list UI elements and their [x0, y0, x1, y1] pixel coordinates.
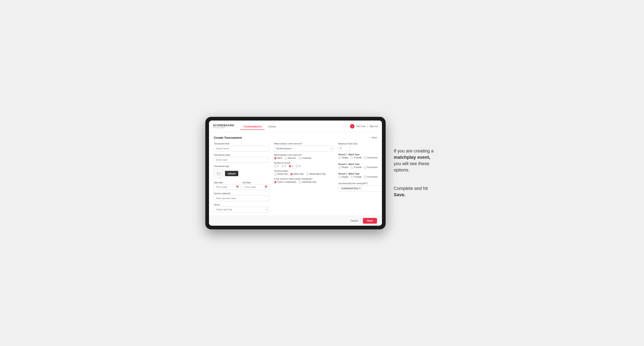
individuals-option[interactable]: Individuals Only [298, 181, 316, 183]
end-date-input[interactable] [242, 184, 269, 190]
division-select[interactable]: NCAA Division I NCAA Division II NAIA [274, 146, 334, 152]
round2-foursomes-label: Foursomes [367, 166, 378, 169]
api-remove-icon[interactable]: ✕ [358, 187, 360, 190]
user-name: Test User [356, 125, 366, 128]
round1-singles-radio[interactable] [338, 157, 341, 159]
teams-radio-group: Teams (+Individuals) Individuals Only [274, 181, 334, 183]
round3-fourball-label: Fourball [354, 176, 362, 178]
round2-singles[interactable]: Singles [338, 166, 348, 169]
round1-fourball-radio[interactable] [351, 157, 353, 159]
rounds-4-label: 4 [299, 165, 300, 167]
rounds-radio-group: 1 2 3 [274, 165, 334, 167]
rounds-1[interactable]: 1 [274, 165, 279, 167]
tournament-name-input[interactable] [214, 157, 269, 163]
gender-womens-label: Womens [288, 157, 296, 159]
gender-womens-radio[interactable] [285, 157, 287, 159]
tablet-frame: SCOREBOARD Powered by clippit TOURNAMENT… [205, 117, 386, 229]
logo-placeholder [214, 169, 223, 178]
annotation-bottom-text: Complete and hit Save. [394, 186, 428, 197]
round3-fourball[interactable]: Fourball [351, 176, 362, 178]
rounds-group: Number of rounds 1 2 [274, 162, 334, 167]
teams-radio[interactable] [274, 181, 276, 183]
round3-label: Round 3 - Match Type [338, 173, 382, 175]
scoring-stroke-radio[interactable] [274, 173, 276, 175]
tournament-host-input[interactable] [214, 146, 269, 152]
gender-womens[interactable]: Womens [285, 157, 296, 159]
round1-foursomes-label: Foursomes [367, 157, 378, 159]
sign-out-link[interactable]: Sign out [370, 125, 378, 128]
round3-fourball-radio[interactable] [351, 176, 353, 178]
rounds-3[interactable]: 3 [289, 165, 293, 167]
individuals-radio[interactable] [298, 181, 301, 183]
round1-foursomes[interactable]: Foursomes [364, 157, 378, 159]
save-button[interactable]: Save [363, 218, 377, 224]
round3-foursomes[interactable]: Foursomes [364, 176, 378, 178]
sponsor-group: Sponsor (optional) [214, 192, 269, 201]
scoring-medal[interactable]: Medal Match Play [306, 173, 326, 175]
scoring-group: Scoring system Stroke Play Match Play [274, 170, 334, 175]
gender-mens[interactable]: Mens [274, 157, 282, 159]
round1-singles[interactable]: Singles [338, 157, 348, 159]
teams-label-span: Teams (+Individuals) [278, 181, 296, 183]
brand-subtitle: Powered by clippit [213, 127, 234, 129]
round2-fourball[interactable]: Fourball [351, 166, 362, 169]
brand: SCOREBOARD Powered by clippit [213, 124, 234, 129]
form-body: Tournament Host Tournament name Tourname… [214, 143, 377, 212]
page-title: Create Tournament [214, 136, 242, 139]
round1-match-type: Round 1 - Match Type Singles Fourball [338, 154, 382, 159]
back-link[interactable]: ← Back [369, 136, 377, 139]
rounds-2[interactable]: 2 [281, 165, 286, 167]
nav-separator: | [367, 125, 368, 128]
rounds-2-radio[interactable] [281, 165, 284, 167]
nav-link-tournaments[interactable]: TOURNAMENTS [240, 124, 265, 130]
api-select-wrapper[interactable]: Leaderboard King ✕ [338, 185, 382, 191]
gender-label: Which gender is the event for? [274, 154, 334, 156]
scoring-stroke[interactable]: Stroke Play [274, 173, 288, 175]
teams-option[interactable]: Teams (+Individuals) [274, 181, 296, 183]
round2-match-type: Round 2 - Match Type Singles Fourball [338, 163, 382, 169]
round2-singles-label: Singles [342, 166, 348, 169]
venue-input[interactable] [214, 207, 269, 212]
division-label: Which division is the event for? [274, 143, 334, 145]
tournament-host-label: Tournament Host [214, 143, 269, 145]
scoring-medal-radio[interactable] [306, 173, 308, 175]
sponsor-input[interactable] [214, 195, 269, 201]
start-date-input[interactable] [214, 184, 240, 190]
round2-label: Round 2 - Match Type [338, 163, 382, 165]
start-date-group: Start date 📅 [214, 180, 240, 190]
rounds-label: Number of rounds [274, 162, 334, 164]
nav-bar: SCOREBOARD Powered by clippit TOURNAMENT… [209, 121, 382, 132]
upload-button[interactable]: Upload [225, 171, 238, 176]
round2-foursomes-radio[interactable] [364, 166, 366, 169]
bottom-bar: Cancel Save [209, 216, 382, 226]
nav-link-teams[interactable]: TEAMS [265, 124, 279, 130]
gender-combined-radio[interactable] [298, 157, 301, 159]
rounds-4[interactable]: 4 [296, 165, 300, 167]
round2-fourball-radio[interactable] [351, 166, 353, 169]
max-team-size-input[interactable] [338, 146, 351, 151]
gender-mens-label: Mens [278, 157, 282, 159]
round2-singles-radio[interactable] [338, 166, 341, 169]
scoring-match[interactable]: Match Play [290, 173, 304, 175]
api-value: Leaderboard King [342, 187, 358, 189]
cancel-button[interactable]: Cancel [348, 218, 361, 224]
gender-mens-radio[interactable] [274, 157, 276, 159]
scoring-match-radio[interactable] [290, 173, 293, 175]
round2-foursomes[interactable]: Foursomes [364, 166, 378, 169]
round1-fourball[interactable]: Fourball [351, 157, 362, 159]
tournament-logo-group: Tournament logo Upload [214, 165, 269, 178]
end-date-group: End date 📅 [242, 180, 269, 190]
round3-singles[interactable]: Singles [338, 176, 348, 178]
gender-combined-label: Combined [302, 157, 311, 159]
rounds-1-radio[interactable] [274, 165, 276, 167]
sponsor-label: Sponsor (optional) [214, 192, 269, 194]
round3-foursomes-radio[interactable] [364, 176, 366, 178]
rounds-4-radio[interactable] [296, 165, 298, 167]
rounds-3-radio[interactable] [289, 165, 291, 167]
gender-combined[interactable]: Combined [298, 157, 311, 159]
max-team-size-group: Maximum Team Size [338, 143, 382, 151]
round3-singles-radio[interactable] [338, 176, 341, 178]
round3-radios: Singles Fourball Foursomes [338, 176, 382, 178]
round1-foursomes-radio[interactable] [364, 157, 366, 159]
division-select-wrapper: NCAA Division I NCAA Division II NAIA [274, 146, 334, 152]
